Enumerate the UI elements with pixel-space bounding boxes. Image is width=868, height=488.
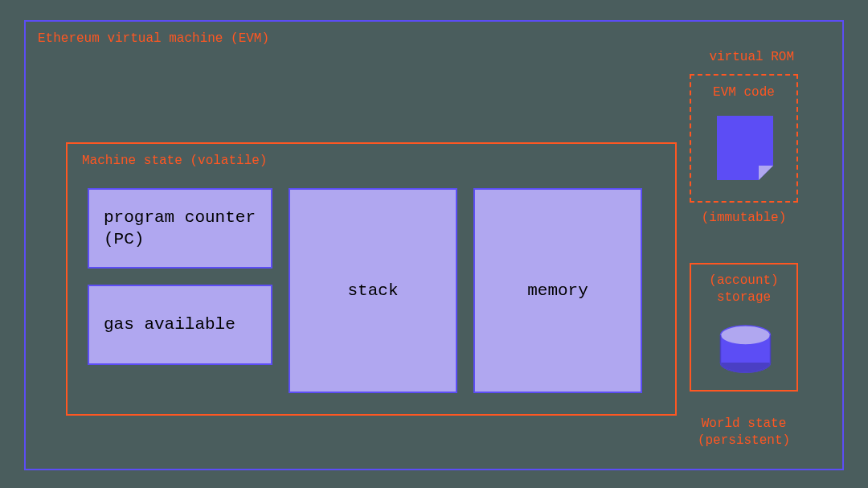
memory-box: memory — [473, 188, 642, 393]
virtual-rom-label: virtual ROM — [709, 50, 794, 64]
stack-box: stack — [289, 188, 457, 393]
program-counter-box: program counter (PC) — [88, 188, 272, 269]
machine-state-container: Machine state (volatile) program counter… — [66, 142, 677, 416]
account-storage-container: (account) storage — [690, 263, 798, 392]
svg-point-2 — [721, 326, 771, 345]
program-counter-label: program counter (PC) — [104, 207, 256, 251]
account-storage-label: (account) storage — [691, 273, 796, 306]
machine-state-title: Machine state (volatile) — [82, 154, 267, 168]
gas-available-label: gas available — [104, 314, 235, 335]
evm-title: Ethereum virtual machine (EVM) — [38, 31, 269, 46]
world-state-label: World state (persistent) — [690, 416, 798, 449]
gas-available-box: gas available — [88, 285, 272, 365]
database-cylinder-icon — [719, 325, 772, 373]
memory-label: memory — [527, 280, 588, 301]
immutable-label: (immutable) — [690, 211, 798, 225]
evm-container: Ethereum virtual machine (EVM) Machine s… — [24, 20, 844, 470]
virtual-rom-container: EVM code — [690, 74, 798, 203]
document-icon — [717, 116, 773, 180]
stack-label: stack — [347, 280, 398, 301]
evm-code-label: EVM code — [691, 85, 796, 100]
